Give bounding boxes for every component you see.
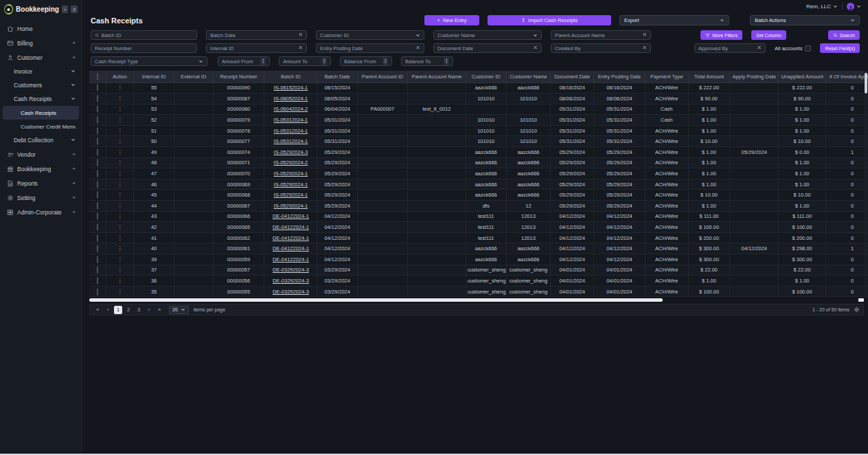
sidebar-item-admin-corporate[interactable]: Admin-Corporate+ bbox=[3, 205, 79, 219]
column-header-customer-name[interactable]: Customer Name bbox=[506, 71, 551, 82]
row-actions-kebab-icon[interactable]: ⋮ bbox=[117, 256, 123, 263]
row-actions-kebab-icon[interactable]: ⋮ bbox=[117, 192, 123, 198]
balance-to-input[interactable] bbox=[405, 58, 442, 65]
clear-icon[interactable]: ✕ bbox=[298, 45, 303, 51]
row-actions-kebab-icon[interactable]: ⋮ bbox=[117, 117, 123, 123]
column-header-payment-type[interactable]: Payment Type bbox=[645, 71, 688, 82]
column-header-apply-posting-date[interactable]: Apply Posting Date bbox=[730, 71, 779, 82]
balance-from-input[interactable] bbox=[344, 58, 380, 65]
sidebar-item-invoice[interactable]: Invoice bbox=[3, 65, 79, 78]
number-stepper[interactable]: ▲▼ bbox=[321, 57, 327, 65]
row-actions-kebab-icon[interactable]: ⋮ bbox=[117, 181, 123, 188]
row-checkbox[interactable] bbox=[97, 245, 98, 252]
number-stepper[interactable]: ▲▼ bbox=[444, 57, 449, 65]
sidebar-item-customer-credit-memo-apply[interactable]: Customer Credit Memo Apply bbox=[3, 120, 79, 133]
number-stepper[interactable]: ▲▼ bbox=[260, 57, 266, 65]
row-actions-kebab-icon[interactable]: ⋮ bbox=[117, 106, 123, 112]
entry-posting-date-input[interactable] bbox=[320, 45, 413, 52]
column-header-total-amount[interactable]: Total Amount bbox=[688, 71, 730, 82]
sidebar-item-setting[interactable]: Setting+ bbox=[3, 190, 79, 205]
entry-posting-date-filter[interactable]: ✕ bbox=[316, 43, 424, 53]
sidebar-item-billing[interactable]: Billing+ bbox=[3, 36, 79, 50]
batch-id-link[interactable]: IS-05292024-1 bbox=[274, 192, 308, 198]
customer-name-filter[interactable]: Customer Name bbox=[433, 30, 542, 40]
row-actions-kebab-icon[interactable]: ⋮ bbox=[117, 213, 123, 219]
chevron-down-icon[interactable] bbox=[71, 137, 76, 144]
amount-from-input[interactable] bbox=[222, 58, 258, 65]
batch-id-link[interactable]: DE-04122024-1 bbox=[273, 235, 309, 241]
internal-id-input[interactable] bbox=[210, 45, 296, 52]
row-actions-kebab-icon[interactable]: ⋮ bbox=[117, 289, 123, 295]
approved-by-filter[interactable]: ✕ bbox=[694, 43, 766, 53]
number-stepper[interactable]: ▲▼ bbox=[382, 57, 388, 65]
row-checkbox[interactable] bbox=[97, 116, 98, 124]
sidebar-item-customers[interactable]: Customers bbox=[3, 78, 79, 92]
batch-actions-dropdown[interactable]: Batch Actions bbox=[750, 15, 860, 25]
row-actions-kebab-icon[interactable]: ⋮ bbox=[117, 149, 123, 155]
batch-id-link[interactable]: DE-03292024-3 bbox=[273, 278, 309, 284]
batch-id-link[interactable]: IS-05312024-1 bbox=[274, 128, 308, 134]
parent-account-name-filter[interactable]: ✕ bbox=[551, 30, 651, 40]
expand-plus-icon[interactable]: + bbox=[72, 40, 76, 46]
balance-from-filter[interactable]: ▲▼ bbox=[340, 56, 392, 66]
batch-id-link[interactable]: IS-05292024-2 bbox=[274, 159, 308, 166]
page-button-2[interactable]: 2 bbox=[124, 306, 133, 314]
amount-to-filter[interactable]: ▲▼ bbox=[279, 56, 331, 66]
more-filters-button[interactable]: More Filters bbox=[700, 30, 742, 40]
expand-plus-icon[interactable]: + bbox=[72, 54, 76, 60]
clear-icon[interactable]: ✕ bbox=[415, 45, 420, 51]
batch-date-input[interactable] bbox=[210, 32, 296, 38]
receipt-number-filter[interactable] bbox=[91, 43, 197, 53]
clear-icon[interactable]: ✕ bbox=[298, 32, 303, 38]
batch-id-link[interactable]: IS-05292024-1 bbox=[274, 170, 308, 177]
clear-icon[interactable]: ✕ bbox=[757, 45, 762, 51]
expand-plus-icon[interactable]: + bbox=[72, 151, 76, 157]
pager-settings-icon[interactable] bbox=[854, 307, 860, 313]
row-checkbox[interactable] bbox=[97, 256, 98, 263]
customer-id-filter[interactable]: Customer ID bbox=[316, 30, 424, 40]
balance-to-filter[interactable]: ▲▼ bbox=[401, 56, 453, 66]
row-checkbox[interactable] bbox=[97, 181, 98, 188]
batch-id-input[interactable] bbox=[102, 32, 193, 38]
clear-icon[interactable]: ✕ bbox=[642, 45, 647, 51]
collapse-sidebar-icon[interactable]: ≡ bbox=[71, 5, 78, 13]
column-header-internal-id[interactable]: Internal ID bbox=[134, 71, 174, 82]
select-all-checkbox[interactable] bbox=[97, 73, 98, 80]
row-checkbox[interactable] bbox=[97, 234, 98, 242]
all-accounts-toggle[interactable]: All accounts bbox=[775, 45, 811, 52]
sidebar-item-cash-receipts[interactable]: Cash Receipts bbox=[3, 106, 79, 120]
column-header-unapplied-amount[interactable]: Unapplied Amount bbox=[779, 71, 826, 82]
chevron-down-icon[interactable] bbox=[71, 69, 76, 75]
row-actions-kebab-icon[interactable]: ⋮ bbox=[117, 203, 123, 209]
sidebar-item-bookkeeping[interactable]: Bookkeeping+ bbox=[3, 162, 79, 176]
batch-id-link[interactable]: IS-05312024-1 bbox=[274, 117, 308, 123]
row-actions-kebab-icon[interactable]: ⋮ bbox=[117, 128, 123, 134]
sidebar-item-reports[interactable]: Reports+ bbox=[3, 176, 79, 190]
created-by-input[interactable] bbox=[555, 45, 640, 52]
row-actions-kebab-icon[interactable]: ⋮ bbox=[117, 85, 123, 91]
row-checkbox[interactable] bbox=[97, 223, 98, 231]
search-button[interactable]: Search bbox=[828, 30, 860, 40]
column-header-receipt-number[interactable]: Receipt Number bbox=[213, 71, 264, 82]
document-date-filter[interactable]: ✕ bbox=[433, 43, 542, 53]
row-actions-kebab-icon[interactable]: ⋮ bbox=[117, 170, 123, 177]
first-page-button[interactable]: « bbox=[93, 306, 102, 314]
row-actions-kebab-icon[interactable]: ⋮ bbox=[117, 245, 123, 252]
sidebar-item-home[interactable]: Home bbox=[3, 21, 79, 36]
row-checkbox[interactable] bbox=[97, 170, 98, 177]
column-header-entry-posting-date[interactable]: Entry Posting Date bbox=[594, 71, 646, 82]
row-checkbox[interactable] bbox=[97, 191, 98, 199]
batch-id-link[interactable]: DE-04122024-1 bbox=[273, 245, 309, 252]
pin-sidebar-icon[interactable]: ▪ bbox=[62, 5, 69, 13]
batch-id-link[interactable]: DE-03292024-3 bbox=[273, 267, 309, 273]
sidebar-item-debt-collection[interactable]: Debt Collection bbox=[3, 133, 79, 147]
clear-icon[interactable]: ✕ bbox=[642, 32, 647, 38]
row-actions-kebab-icon[interactable]: ⋮ bbox=[117, 224, 123, 230]
row-checkbox[interactable] bbox=[97, 288, 98, 296]
page-button-3[interactable]: 3 bbox=[135, 306, 143, 314]
clear-icon[interactable]: ✕ bbox=[533, 45, 538, 51]
set-column-button[interactable]: Set Column bbox=[751, 30, 786, 40]
all-accounts-checkbox[interactable] bbox=[805, 45, 811, 52]
row-actions-kebab-icon[interactable]: ⋮ bbox=[117, 138, 123, 144]
import-cash-receipts-button[interactable]: ↥ Import Cash Receipts bbox=[488, 15, 611, 25]
